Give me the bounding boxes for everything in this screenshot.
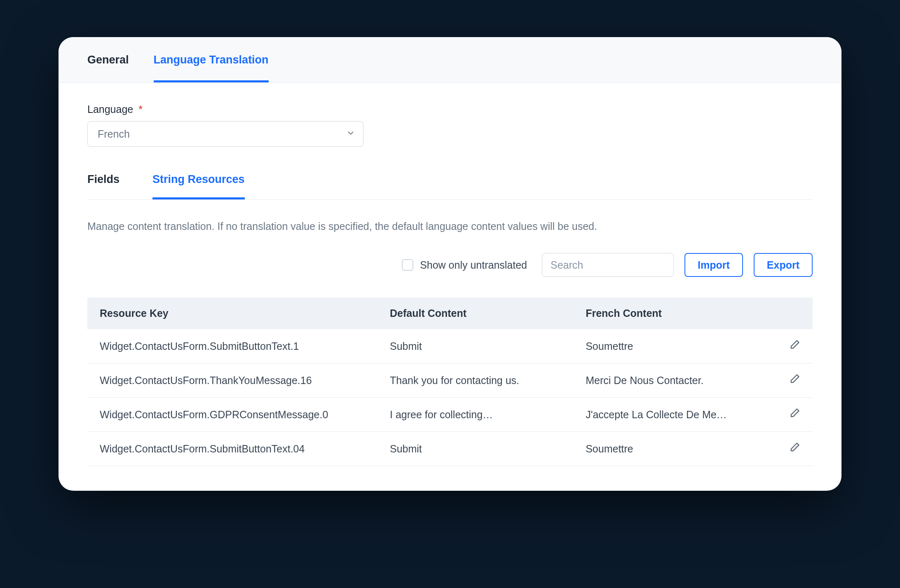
- show-untranslated-wrap: Show only untranslated: [402, 259, 527, 271]
- table-row: Widget.ContactUsForm.SubmitButtonText.04…: [87, 432, 813, 466]
- cell-translated-content: J'accepte La Collecte De Me…: [573, 398, 769, 432]
- cell-resource-key: Widget.ContactUsForm.ThankYouMessage.16: [87, 363, 377, 398]
- tab-language-translation[interactable]: Language Translation: [154, 37, 269, 82]
- cell-translated-content: Soumettre: [573, 432, 769, 466]
- export-button[interactable]: Export: [754, 253, 813, 277]
- language-select-value: French: [98, 128, 130, 140]
- language-label: Language *: [87, 103, 813, 115]
- description-text: Manage content translation. If no transl…: [87, 220, 813, 232]
- import-button[interactable]: Import: [684, 253, 743, 277]
- cell-resource-key: Widget.ContactUsForm.SubmitButtonText.04: [87, 432, 377, 466]
- required-marker: *: [138, 103, 143, 115]
- cell-default-content: I agree for collecting…: [377, 398, 573, 432]
- tab-general[interactable]: General: [87, 37, 129, 82]
- cell-translated-content: Soumettre: [573, 329, 769, 363]
- tab-string-resources[interactable]: String Resources: [152, 167, 245, 199]
- col-header-actions: [769, 298, 813, 329]
- table-row: Widget.ContactUsForm.ThankYouMessage.16T…: [87, 363, 813, 398]
- language-select-wrap: French: [87, 121, 363, 147]
- translations-table: Resource Key Default Content French Cont…: [87, 298, 813, 466]
- col-header-default-content: Default Content: [377, 298, 573, 329]
- sub-tabs: Fields String Resources: [87, 167, 813, 200]
- cell-actions: [769, 398, 813, 432]
- cell-actions: [769, 432, 813, 466]
- cell-resource-key: Widget.ContactUsForm.GDPRConsentMessage.…: [87, 398, 377, 432]
- col-header-translated-content: French Content: [573, 298, 769, 329]
- pencil-icon[interactable]: [789, 373, 800, 385]
- cell-translated-content: Merci De Nous Contacter.: [573, 363, 769, 398]
- cell-default-content: Submit: [377, 432, 573, 466]
- cell-resource-key: Widget.ContactUsForm.SubmitButtonText.1: [87, 329, 377, 363]
- cell-default-content: Thank you for contacting us.: [377, 363, 573, 398]
- language-label-text: Language: [87, 103, 133, 115]
- tab-fields[interactable]: Fields: [87, 167, 120, 199]
- show-untranslated-checkbox[interactable]: [402, 259, 413, 271]
- cell-actions: [769, 363, 813, 398]
- table-row: Widget.ContactUsForm.GDPRConsentMessage.…: [87, 398, 813, 432]
- col-header-resource-key: Resource Key: [87, 298, 377, 329]
- toolbar: Show only untranslated Import Export: [87, 253, 813, 277]
- language-select[interactable]: French: [87, 121, 363, 147]
- top-tabs: General Language Translation: [59, 37, 841, 83]
- show-untranslated-label: Show only untranslated: [420, 259, 527, 271]
- cell-default-content: Submit: [377, 329, 573, 363]
- pencil-icon[interactable]: [789, 442, 800, 453]
- pencil-icon[interactable]: [789, 408, 800, 419]
- cell-actions: [769, 329, 813, 363]
- pencil-icon[interactable]: [789, 339, 800, 351]
- content-area: Language * French Fields String Resource…: [59, 83, 841, 491]
- search-input[interactable]: [542, 253, 674, 277]
- table-row: Widget.ContactUsForm.SubmitButtonText.1S…: [87, 329, 813, 363]
- settings-card: General Language Translation Language * …: [59, 37, 841, 491]
